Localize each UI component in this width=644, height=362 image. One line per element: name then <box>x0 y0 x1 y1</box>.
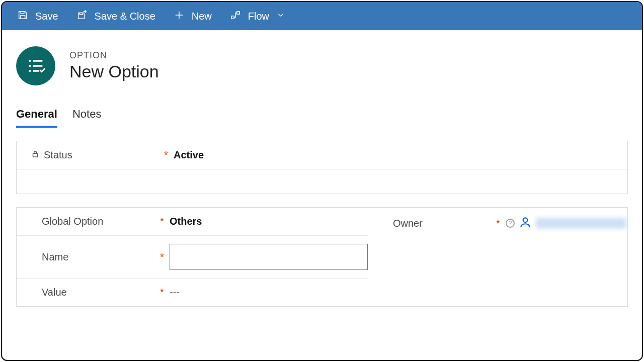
field-owner[interactable]: Owner * ? <box>368 208 627 239</box>
value-label: Value <box>42 287 67 298</box>
section-status: Status * Active <box>16 141 628 194</box>
required-marker: * <box>157 216 167 227</box>
svg-point-3 <box>523 218 528 222</box>
new-button[interactable]: New <box>165 2 221 30</box>
plus-icon <box>174 10 185 23</box>
field-name: Name * <box>17 236 368 279</box>
flow-label: Flow <box>248 11 269 22</box>
page-title: New Option <box>69 62 159 81</box>
svg-rect-0 <box>231 16 234 19</box>
new-label: New <box>192 11 212 22</box>
chevron-down-icon <box>276 11 285 22</box>
tab-notes[interactable]: Notes <box>72 108 101 128</box>
field-status: Status * Active <box>17 141 627 169</box>
user-icon <box>519 216 532 231</box>
global-option-value: Others <box>170 216 202 227</box>
owner-label: Owner <box>393 218 423 229</box>
form-content: OPTION New Option General Notes Status *… <box>2 30 642 360</box>
save-close-label: Save & Close <box>95 11 155 22</box>
command-bar: Save Save & Close New Flow <box>2 2 642 30</box>
required-marker: * <box>162 149 171 161</box>
value-value: --- <box>170 287 180 298</box>
global-option-label: Global Option <box>42 216 103 227</box>
lock-icon <box>31 149 40 161</box>
name-input[interactable] <box>170 244 368 270</box>
name-label: Name <box>42 251 68 263</box>
field-value[interactable]: Value * --- <box>17 279 368 306</box>
entity-type-label: OPTION <box>69 50 159 61</box>
save-button[interactable]: Save <box>8 2 67 30</box>
flow-icon <box>230 10 241 23</box>
svg-rect-1 <box>237 11 240 14</box>
save-label: Save <box>35 11 58 22</box>
save-close-button[interactable]: Save & Close <box>67 2 165 30</box>
save-close-icon <box>76 10 88 23</box>
required-marker: * <box>157 287 167 298</box>
help-icon[interactable]: ? <box>506 219 515 228</box>
section-details: Global Option * Others Name * <box>16 207 628 307</box>
status-value: Active <box>174 149 204 161</box>
required-marker: * <box>494 218 503 229</box>
save-icon <box>17 10 28 23</box>
svg-rect-2 <box>33 153 38 157</box>
flow-button[interactable]: Flow <box>221 2 294 30</box>
tab-general[interactable]: General <box>16 108 57 128</box>
tab-list: General Notes <box>2 85 642 128</box>
record-header: OPTION New Option <box>2 30 642 85</box>
status-label: Status <box>44 149 72 161</box>
field-global-option[interactable]: Global Option * Others <box>17 208 368 236</box>
entity-icon <box>16 46 55 85</box>
required-marker: * <box>157 251 167 263</box>
owner-value-redacted <box>536 218 626 229</box>
